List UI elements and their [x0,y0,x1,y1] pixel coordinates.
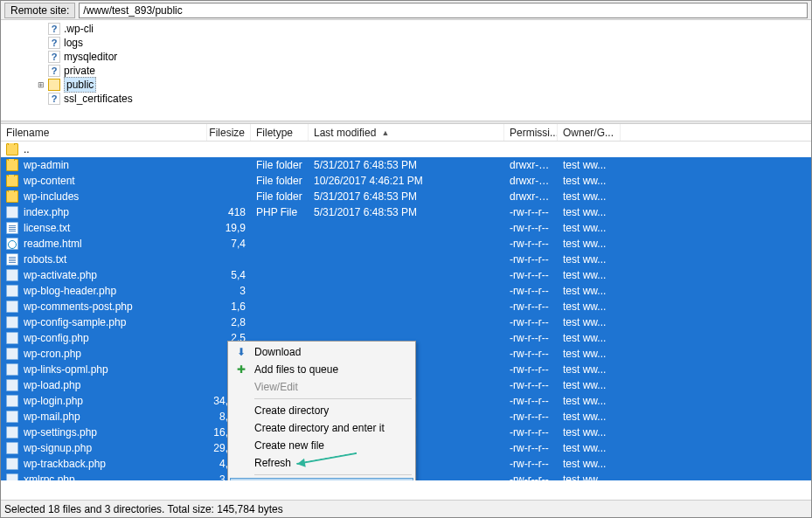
file-permissions: -rw-r--r-- [504,458,558,470]
file-owner: test ww... [558,379,621,391]
column-owner[interactable]: Owner/G... [558,124,621,141]
menu-item-label: Create directory [254,404,329,417]
file-permissions: -rw-r--r-- [504,285,558,297]
file-permissions: -rw-r--r-- [504,363,558,376]
file-name: wp-links-opml.php [24,363,108,376]
menu-item-create-directory-and-enter-it[interactable]: Create directory and enter it [230,419,413,437]
column-filetype[interactable]: Filetype [251,124,309,141]
file-row[interactable]: wp-adminFile folder5/31/2017 6:48:53 PMd… [1,157,811,173]
file-size: 7,4 [207,238,251,250]
tree-item-label: mysqleditor [64,50,117,64]
file-row[interactable]: wp-includesFile folder5/31/2017 6:48:53 … [1,189,811,204]
context-menu: ⬇Download✚Add files to queueView/EditCre… [227,341,416,480]
tree-item-label: logs [64,36,83,50]
status-bar: Selected 18 files and 3 directories. Tot… [1,500,811,517]
file-row[interactable]: wp-activate.php5,4-rw-r--r--test ww... [1,267,811,283]
file-icon [6,473,18,480]
file-permissions: -rw-r--r-- [504,206,558,218]
menu-item-create-directory[interactable]: Create directory [230,402,413,419]
file-permissions: drwxr-xr-x [504,159,558,171]
unknown-icon: ? [48,51,60,63]
folder-icon [6,175,18,187]
unknown-icon: ? [48,65,60,77]
file-icon [6,300,18,313]
file-icon [6,379,18,391]
file-icon [6,253,18,266]
tree-item--wp-cli[interactable]: ?.wp-cli [48,22,811,36]
menu-item-label: Download [254,346,301,358]
file-owner: test ww... [558,300,621,313]
remote-site-label-button[interactable]: Remote site: [4,3,75,18]
tree-item-private[interactable]: ?private [48,64,811,78]
file-size: 3 [207,285,251,297]
remote-site-header: Remote site: [1,1,811,20]
file-name: wp-admin [24,159,69,171]
remote-directory-tree[interactable]: ?.wp-cli?logs?mysqleditor?privatepublic?… [1,20,811,121]
parent-directory-row[interactable]: .. [1,142,811,157]
folder-icon [48,79,60,91]
file-permissions: -rw-r--r-- [504,379,558,391]
file-permissions: -rw-r--r-- [504,473,558,480]
menu-separator [254,474,412,475]
file-type: PHP File [251,206,309,218]
add-icon: ✚ [235,363,247,376]
file-row[interactable]: license.txt19,9-rw-r--r--test ww... [1,220,811,236]
file-name: xmlrpc.php [24,473,75,480]
file-name: wp-config-sample.php [24,316,126,328]
file-name: wp-cron.php [24,348,81,360]
file-row[interactable]: wp-blog-header.php3-rw-r--r--test ww... [1,283,811,299]
column-permissions[interactable]: Permissi... [504,124,558,141]
file-owner: test ww... [558,473,621,480]
download-icon: ⬇ [235,346,247,358]
column-lastmodified[interactable]: Last modified▲ [309,124,504,141]
tree-item-mysqleditor[interactable]: ?mysqleditor [48,50,811,64]
file-row[interactable]: wp-comments-post.php1,6-rw-r--r--test ww… [1,299,811,314]
file-permissions: -rw-r--r-- [504,395,558,407]
menu-item-view-edit: View/Edit [230,378,413,396]
file-row[interactable]: readme.html7,4-rw-r--r--test ww... [1,236,811,252]
file-type: File folder [251,175,309,187]
unknown-icon: ? [48,37,60,49]
column-filesize[interactable]: Filesize [207,124,251,141]
file-owner: test ww... [558,285,621,297]
file-permissions: -rw-r--r-- [504,238,558,250]
file-name: wp-mail.php [24,411,80,423]
unknown-icon: ? [48,23,60,35]
file-icon [6,285,18,297]
file-name: wp-config.php [24,332,89,344]
file-size: 2,8 [207,316,251,328]
menu-item-refresh[interactable]: Refresh [230,454,413,472]
tree-item-logs[interactable]: ?logs [48,36,811,50]
file-permissions: -rw-r--r-- [504,222,558,234]
file-owner: test ww... [558,269,621,281]
column-filename[interactable]: Filename [1,124,207,141]
column-headers[interactable]: Filename Filesize Filetype Last modified… [1,124,811,142]
remote-path-input[interactable] [79,3,808,18]
file-icon [6,442,18,454]
file-icon [6,238,18,250]
file-owner: test ww... [558,442,621,454]
file-row[interactable]: index.php418PHP File5/31/2017 6:48:53 PM… [1,204,811,220]
file-icon [6,332,18,344]
file-modified: 5/31/2017 6:48:53 PM [309,190,504,203]
file-name: wp-activate.php [24,269,97,281]
menu-item-download[interactable]: ⬇Download [230,343,413,361]
tree-item-label: ssl_certificates [64,92,133,106]
tree-item-public[interactable]: public [48,78,811,92]
file-name: wp-load.php [24,379,80,391]
file-row[interactable]: wp-contentFile folder10/26/2017 4:46:21 … [1,173,811,189]
file-row[interactable]: wp-config-sample.php2,8-rw-r--r--test ww… [1,314,811,330]
file-permissions: -rw-r--r-- [504,316,558,328]
file-name: index.php [24,206,69,218]
menu-item-add-files-to-queue[interactable]: ✚Add files to queue [230,361,413,378]
tree-item-ssl-certificates[interactable]: ?ssl_certificates [48,92,811,106]
file-size: 19,9 [207,222,251,234]
menu-item-label: Create new file [254,439,324,452]
menu-item-create-new-file[interactable]: Create new file [230,437,413,454]
file-owner: test ww... [558,411,621,423]
file-name: license.txt [24,222,70,234]
file-owner: test ww... [558,238,621,250]
menu-item-delete[interactable]: Delete [230,478,413,480]
file-row[interactable]: robots.txt-rw-r--r--test ww... [1,252,811,267]
file-icon [6,458,18,470]
